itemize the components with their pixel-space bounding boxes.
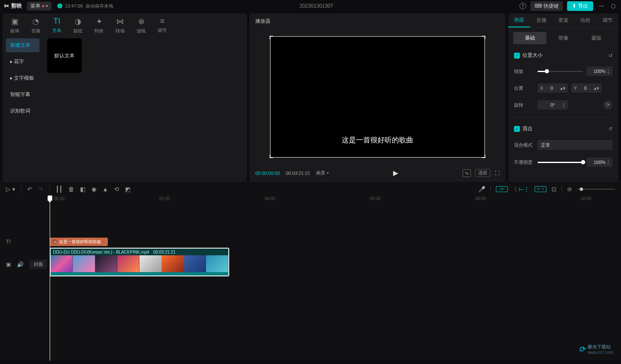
time-current: 00:00:00:00 bbox=[255, 171, 280, 176]
magnet-icon[interactable]: ⋮⊢⋮ bbox=[513, 186, 530, 193]
zoom-slider[interactable] bbox=[577, 189, 615, 190]
reset-icon[interactable]: ↺ bbox=[608, 53, 613, 59]
waveform-icon[interactable]: ∿ bbox=[463, 169, 471, 177]
tab-filter[interactable]: ⊗滤镜 bbox=[137, 17, 146, 34]
reset-icon[interactable]: ↺ bbox=[608, 126, 613, 132]
minimize-button[interactable]: — bbox=[597, 2, 605, 10]
opacity-value[interactable]: 100%▴▾ bbox=[586, 158, 613, 167]
spinner-icon[interactable]: ▴▾ bbox=[608, 158, 612, 167]
fit-button[interactable]: 适应 bbox=[475, 169, 490, 177]
preview-icon[interactable]: ⊢⊣ bbox=[535, 186, 546, 192]
help-icon[interactable]: ? bbox=[519, 3, 526, 9]
export-button[interactable]: ⬆ 导出 bbox=[567, 1, 593, 11]
scale-slider[interactable] bbox=[538, 71, 583, 72]
resize-handle-br[interactable] bbox=[482, 155, 485, 158]
video-clip[interactable]: DDU-DU DDU-DU(Korean Ver.) - BLACKPINK.m… bbox=[50, 248, 229, 276]
freeze-icon[interactable]: ◉ bbox=[91, 186, 96, 193]
mirror-icon[interactable]: ▲ bbox=[102, 186, 108, 193]
snap-icon[interactable]: ⊣⊢ bbox=[496, 186, 508, 192]
spinner-icon[interactable]: ▴▾ bbox=[560, 86, 565, 91]
media-icon: ▣ bbox=[11, 17, 19, 26]
resize-handle-tl[interactable] bbox=[270, 36, 273, 39]
timeline[interactable]: 00:00 02:00 04:00 06:00 08:00 10:00 TI ▣… bbox=[0, 196, 621, 361]
audio-waveform bbox=[51, 272, 228, 276]
tab-text[interactable]: TI文本 bbox=[52, 17, 62, 34]
resize-handle-bl[interactable] bbox=[270, 155, 273, 158]
set-out-icon[interactable]: ⊡ bbox=[551, 186, 557, 193]
crop-left-icon[interactable]: ◧ bbox=[80, 186, 86, 193]
rotate-icon[interactable]: ⟲ bbox=[114, 186, 119, 193]
player-title: 播放器 bbox=[249, 13, 506, 29]
flip-icon[interactable]: ⟳ bbox=[603, 100, 613, 110]
check-icon[interactable]: ✓ bbox=[514, 126, 520, 132]
prop-tab-adjust[interactable]: 调节 bbox=[597, 13, 618, 27]
text-preset-default[interactable]: 默认文本 bbox=[47, 38, 82, 73]
play-button[interactable]: ▶ bbox=[393, 169, 398, 177]
spinner-icon[interactable]: ▴▾ bbox=[563, 100, 567, 110]
audio-icon: ◔ bbox=[32, 17, 39, 26]
subtab-basic[interactable]: 基础 bbox=[513, 32, 546, 44]
chevron-down-icon: ▾ bbox=[327, 171, 329, 175]
undo-icon[interactable]: ↶ bbox=[27, 186, 32, 193]
mic-icon[interactable]: 🎤 bbox=[478, 186, 485, 193]
autosave-status: ✓ 13:47:06 自动保存本地 bbox=[57, 3, 113, 9]
delete-icon[interactable]: 🗑 bbox=[68, 186, 74, 193]
blend-mode-select[interactable]: 正常 bbox=[538, 140, 613, 150]
sidebar-item-fancy[interactable]: ▸ 花字 bbox=[6, 55, 40, 69]
sticker-icon: ◑ bbox=[75, 17, 81, 26]
subtitle-overlay[interactable]: 这是一首很好听的歌曲 bbox=[270, 135, 485, 145]
rotate-value[interactable]: 0°▴▾ bbox=[538, 100, 568, 110]
sidebar-item-lyrics[interactable]: 识别歌词 bbox=[6, 104, 40, 118]
tab-effects[interactable]: ✦特效 bbox=[94, 17, 104, 34]
resize-handle-tr[interactable] bbox=[482, 36, 485, 39]
subtab-mask[interactable]: 蒙版 bbox=[580, 32, 613, 44]
spinner-icon[interactable]: ▴▾ bbox=[594, 86, 599, 91]
titlebar: ✂ 剪映 菜单 ▾ ✓ 13:47:06 自动保存本地 202301301307… bbox=[0, 0, 621, 12]
prop-tab-image[interactable]: 画面 bbox=[508, 13, 530, 27]
maximize-button[interactable]: ▢ bbox=[609, 2, 617, 10]
timeline-ruler[interactable]: 00:00 02:00 04:00 06:00 08:00 10:00 bbox=[50, 196, 621, 205]
playhead[interactable] bbox=[50, 196, 50, 361]
position-label: 位置 bbox=[514, 85, 534, 91]
prop-tab-speed[interactable]: 变速 bbox=[552, 13, 574, 27]
redo-icon[interactable]: ↷ bbox=[38, 186, 43, 193]
prop-tab-audio[interactable]: 音频 bbox=[530, 13, 552, 27]
text-icon: TI bbox=[54, 17, 60, 26]
opacity-slider[interactable] bbox=[538, 162, 583, 163]
menu-button[interactable]: 菜单 ▾ bbox=[27, 2, 51, 11]
split-icon[interactable]: ┃┃ bbox=[56, 186, 62, 193]
zoom-out-icon[interactable]: ⊖ bbox=[567, 186, 572, 193]
time-total: 00:03:21:21 bbox=[286, 171, 310, 176]
prop-tab-anim[interactable]: 动画 bbox=[574, 13, 596, 27]
cover-button[interactable]: 封面 bbox=[29, 260, 47, 269]
subtab-cutout[interactable]: 抠像 bbox=[546, 32, 580, 44]
player-panel: 播放器 这是一首很好听的歌曲 00:00:00:00 00:03:21:21 画… bbox=[249, 13, 506, 181]
keyboard-icon: ⌨ bbox=[535, 3, 542, 9]
check-icon: ✓ bbox=[57, 3, 62, 8]
video-clip-name: DDU-DU DDU-DU(Korean Ver.) - BLACKPINK.m… bbox=[53, 250, 149, 254]
spinner-icon[interactable]: ▴▾ bbox=[608, 67, 612, 76]
scale-value[interactable]: 100%▴▾ bbox=[586, 67, 613, 76]
player-stage[interactable]: 这是一首很好听的歌曲 bbox=[249, 29, 506, 165]
cursor-tool-icon[interactable]: ▷ ▾ bbox=[6, 186, 15, 193]
lock-track-icon[interactable]: ▣ bbox=[6, 261, 11, 268]
track-controls: ▣ 🔊 封面 bbox=[0, 260, 47, 269]
tab-transition[interactable]: ⋈转场 bbox=[115, 17, 125, 34]
position-x-input[interactable]: X0▴▾ bbox=[538, 83, 568, 93]
position-y-input[interactable]: Y0▴▾ bbox=[571, 83, 602, 93]
text-clip[interactable]: ◷ 这是一首很好听的歌曲 bbox=[50, 238, 108, 246]
tab-media[interactable]: ▣媒体 bbox=[10, 17, 19, 34]
fullscreen-icon[interactable]: ⛶ bbox=[495, 170, 500, 176]
sidebar-item-template[interactable]: ▸ 文字模板 bbox=[6, 71, 40, 85]
tab-adjust[interactable]: ≡调节 bbox=[158, 17, 167, 34]
crop-icon[interactable]: ◩ bbox=[125, 186, 131, 193]
shortcuts-button[interactable]: ⌨ 快捷键 bbox=[530, 1, 563, 11]
scale-label: 缩放 bbox=[514, 68, 534, 75]
sidebar-item-caption[interactable]: 智能字幕 bbox=[6, 88, 40, 102]
tab-audio[interactable]: ◔音频 bbox=[31, 17, 40, 34]
tab-sticker[interactable]: ◑贴纸 bbox=[73, 17, 83, 34]
sidebar-item-newtext[interactable]: 新建文本 bbox=[6, 38, 40, 52]
check-icon[interactable]: ✓ bbox=[514, 53, 520, 59]
mute-track-icon[interactable]: 🔊 bbox=[17, 261, 24, 268]
quality-dropdown[interactable]: 画质 ▾ bbox=[316, 170, 329, 176]
